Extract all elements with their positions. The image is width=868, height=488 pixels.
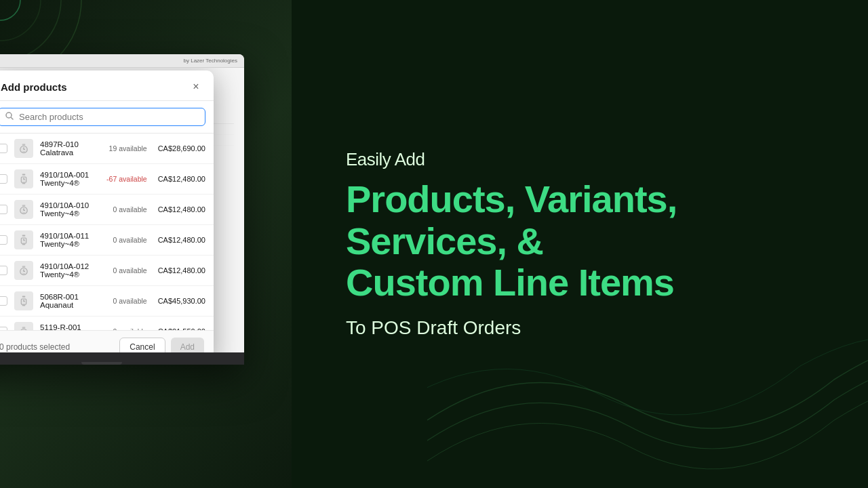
product-image-5 (14, 291, 33, 310)
product-name-1: 4910/10A-001 Twenty~4® (40, 171, 100, 187)
product-list-item[interactable]: 4910/10A-012 Twenty~4® 0 available CA$12… (0, 256, 214, 286)
product-availability-2: 0 available (113, 205, 146, 214)
headline-line2: Services, & (346, 220, 543, 262)
product-price-3: CA$12,480.00 (158, 236, 205, 244)
product-price-2: CA$12,480.00 (158, 205, 205, 214)
product-price-5: CA$45,930.00 (158, 297, 205, 305)
svg-rect-28 (22, 274, 26, 275)
product-availability-1: -67 available (106, 175, 147, 183)
product-name-2: 4910/10A-010 Twenty~4® (40, 201, 106, 218)
product-checkbox-6[interactable] (0, 327, 7, 330)
product-name-6: 5119-R-001 Calatrava (40, 323, 106, 330)
right-headline: Products, Variants, Services, & Custom L… (346, 178, 821, 304)
product-availability-3: 0 available (113, 236, 146, 244)
modal-header: Add products × (0, 70, 214, 101)
product-name-0: 4897R-010 Calatrava (40, 140, 102, 157)
svg-rect-6 (22, 144, 26, 145)
product-list-item[interactable]: 4910/10A-011 Twenty~4® 0 available CA$12… (0, 225, 214, 256)
product-name-5: 5068R-001 Aquanaut (40, 293, 106, 309)
product-image-1 (14, 169, 33, 188)
right-subtitle: Easily Add (346, 149, 821, 170)
svg-rect-8 (22, 152, 26, 153)
product-image-0 (14, 139, 33, 158)
add-products-modal: Add products × (0, 70, 214, 352)
laptop-frame: by Lazer Technologies e Quantity Price P… (0, 54, 244, 365)
search-wrapper (0, 108, 205, 126)
svg-point-1 (0, 0, 61, 61)
product-name-3: 4910/10A-011 Twenty~4® (40, 232, 106, 248)
svg-rect-36 (22, 327, 26, 328)
product-checkbox-2[interactable] (0, 205, 7, 214)
add-button[interactable]: Add (171, 338, 204, 352)
product-checkbox-4[interactable] (0, 266, 7, 275)
search-input[interactable] (19, 112, 198, 122)
product-list-item[interactable]: 5119-R-001 Calatrava 0 available CA$21,5… (0, 317, 214, 330)
product-price-0: CA$28,690.00 (158, 144, 205, 152)
product-image-2 (14, 200, 33, 219)
svg-rect-16 (22, 205, 26, 206)
laptop-content: e Quantity Price Per Hour Minutes 0 1 $0… (0, 68, 244, 352)
product-price-1: CA$12,480.00 (158, 175, 205, 183)
product-list-item[interactable]: 4910/10A-010 Twenty~4® 0 available CA$12… (0, 195, 214, 225)
svg-point-4 (6, 113, 12, 118)
modal-close-button[interactable]: × (189, 80, 203, 94)
svg-line-5 (12, 118, 14, 120)
laptop-top-bar: by Lazer Technologies (0, 54, 244, 68)
product-checkbox-0[interactable] (0, 144, 7, 153)
svg-rect-23 (22, 243, 26, 245)
product-price-6: CA$21,550.00 (158, 327, 205, 330)
product-availability-6: 0 available (113, 327, 146, 330)
product-availability-5: 0 available (113, 297, 146, 305)
selected-count-label: 0 products selected (0, 342, 70, 352)
product-availability-4: 0 available (113, 266, 146, 274)
product-image-3 (14, 230, 33, 249)
laptop-brand-label: by Lazer Technologies (184, 58, 237, 64)
deco-wave (427, 285, 868, 488)
product-checkbox-1[interactable] (0, 174, 7, 184)
modal-title: Add products (1, 81, 67, 93)
svg-point-2 (0, 0, 41, 41)
svg-rect-18 (22, 213, 26, 214)
product-checkbox-3[interactable] (0, 235, 7, 245)
svg-point-3 (0, 0, 20, 20)
search-icon (5, 112, 14, 122)
right-tagline: To POS Draft Orders (346, 317, 821, 339)
product-list-item[interactable]: 4910/10A-001 Twenty~4® -67 available CA$… (0, 164, 214, 195)
modal-overlay: Add products × (0, 68, 244, 352)
modal-footer: 0 products selected Cancel Add (0, 330, 214, 352)
cancel-button[interactable]: Cancel (119, 338, 165, 352)
svg-rect-31 (22, 296, 26, 298)
product-checkbox-5[interactable] (0, 296, 7, 306)
product-list-item[interactable]: 5068R-001 Aquanaut 0 available CA$45,930… (0, 286, 214, 317)
right-panel: Easily Add Products, Variants, Services,… (292, 0, 868, 488)
left-panel: by Lazer Technologies e Quantity Price P… (0, 0, 292, 488)
product-image-6 (14, 322, 33, 330)
search-container (0, 101, 214, 134)
svg-rect-13 (22, 182, 26, 184)
product-name-4: 4910/10A-012 Twenty~4® (40, 262, 106, 279)
headline-line1: Products, Variants, (346, 178, 677, 220)
svg-point-37 (20, 329, 28, 330)
product-list-item[interactable]: 4897R-010 Calatrava 19 available CA$28,6… (0, 134, 214, 164)
svg-rect-21 (22, 235, 26, 237)
product-availability-0: 19 available (109, 144, 147, 152)
svg-rect-26 (22, 266, 26, 267)
laptop-base (0, 352, 244, 365)
product-price-4: CA$12,480.00 (158, 266, 205, 274)
svg-rect-11 (22, 174, 26, 176)
laptop-screen: by Lazer Technologies e Quantity Price P… (0, 54, 244, 352)
product-list: 4897R-010 Calatrava 19 available CA$28,6… (0, 134, 214, 330)
footer-buttons: Cancel Add (119, 338, 204, 352)
headline-line3: Custom Line Items (346, 261, 674, 304)
svg-rect-33 (22, 304, 26, 306)
product-image-4 (14, 261, 33, 280)
